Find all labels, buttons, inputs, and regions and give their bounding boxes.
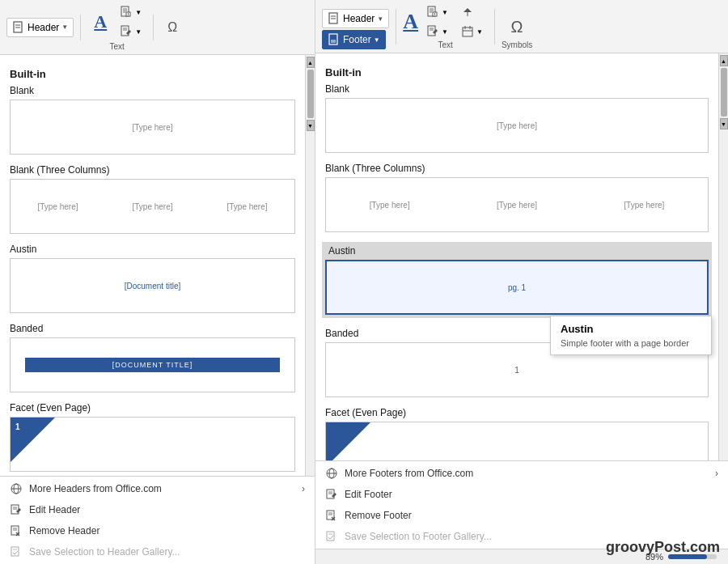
right-gallery: Built-in Blank [Type here] Blank (Three … bbox=[315, 53, 718, 460]
right-footer-icon bbox=[328, 33, 341, 46]
right-insert-btn[interactable]: ▼ bbox=[421, 3, 453, 21]
zoom-level: 89% bbox=[645, 552, 663, 562]
right-page-icon bbox=[328, 12, 341, 25]
insert-pages-btn[interactable]: ▼ bbox=[115, 3, 146, 21]
threecol-preview-right[interactable]: [Type here] [Type here] [Type here] bbox=[325, 177, 709, 232]
omega-icon-left: Ω bbox=[167, 20, 177, 35]
header-dropdown-btn[interactable]: Header ▼ bbox=[6, 18, 74, 37]
left-scroll-down[interactable]: ▼ bbox=[307, 120, 315, 131]
right-scrollbar: ▲ ▼ bbox=[718, 53, 728, 460]
page-icons-group: ▼ ▼ bbox=[115, 3, 146, 40]
blank-label-left: Blank bbox=[10, 85, 295, 96]
zoom-fill bbox=[668, 554, 707, 559]
banded-bar-left: [DOCUMENT TITLE] bbox=[25, 358, 281, 372]
more-footers-item[interactable]: More Footers from Office.com › bbox=[315, 463, 728, 484]
threecol-label-left: Blank (Three Columns) bbox=[10, 164, 295, 176]
right-edit-btn[interactable]: ▼ bbox=[421, 23, 453, 40]
edit-header-icon bbox=[10, 503, 23, 516]
edit-header-item[interactable]: Edit Header bbox=[0, 499, 315, 520]
globe-icon-left bbox=[10, 482, 23, 495]
right-symbol-btn[interactable]: Ω bbox=[504, 14, 531, 40]
text-icon: A bbox=[87, 9, 113, 35]
right-footer-btn[interactable]: Footer ▼ bbox=[322, 30, 386, 49]
right-prev-btn[interactable] bbox=[456, 3, 488, 21]
left-scroll-up[interactable]: ▲ bbox=[307, 57, 315, 68]
edit-footer-label: Edit Footer bbox=[345, 489, 392, 500]
left-panel: Header ▼ A bbox=[0, 0, 315, 564]
zoom-slider[interactable] bbox=[668, 554, 717, 559]
right-footer-caret: ▼ bbox=[374, 36, 380, 44]
text-group: A ▼ bbox=[87, 3, 146, 51]
austin-hint-left: [Document title] bbox=[125, 282, 180, 290]
right-date-btn[interactable]: ▼ bbox=[456, 23, 488, 40]
facet-preview-left[interactable]: 1 bbox=[10, 417, 295, 472]
save-footer-item: Save Selection to Footer Gallery... bbox=[315, 526, 728, 547]
blank-hint-left: [Type here] bbox=[132, 123, 172, 132]
remove-footer-item[interactable]: Remove Footer bbox=[315, 505, 728, 526]
more-headers-arrow: › bbox=[302, 483, 305, 494]
gallery-item-threecol-right: Blank (Three Columns) [Type here] [Type … bbox=[325, 163, 709, 232]
edit-header-label: Edit Header bbox=[29, 504, 80, 515]
remove-footer-icon bbox=[325, 509, 338, 522]
edit-doc-btn[interactable]: ▼ bbox=[115, 23, 146, 40]
left-scrollbar: ▲ ▼ bbox=[305, 55, 315, 476]
edit-footer-item[interactable]: Edit Footer bbox=[315, 484, 728, 505]
remove-header-item[interactable]: Remove Header bbox=[0, 520, 315, 541]
facet-num-left: 1 bbox=[15, 422, 20, 431]
more-footers-arrow: › bbox=[715, 468, 718, 479]
tooltip-title: Austin bbox=[561, 323, 701, 335]
gallery-item-threecol-left: Blank (Three Columns) [Type here] [Type … bbox=[10, 164, 295, 234]
blank-label-right: Blank bbox=[325, 83, 709, 95]
austin-pgnum-right: pg. 1 bbox=[508, 283, 526, 292]
blank-preview-right[interactable]: [Type here] bbox=[325, 98, 709, 153]
symbol-btn-left[interactable]: Ω bbox=[160, 16, 184, 39]
left-gallery: Built-in Blank [Type here] Blank (Three … bbox=[0, 55, 305, 476]
more-footers-label: More Footers from Office.com bbox=[345, 468, 473, 479]
threecol-preview-left[interactable]: [Type here] [Type here] [Type here] bbox=[10, 179, 295, 234]
right-panel: Header ▼ Footer ▼ A bbox=[315, 0, 728, 564]
right-gallery-scroll-area: Built-in Blank [Type here] Blank (Three … bbox=[315, 53, 718, 460]
save-footer-label: Save Selection to Footer Gallery... bbox=[345, 531, 492, 542]
banded-label-left: Banded bbox=[10, 323, 295, 334]
globe-icon-right bbox=[325, 467, 338, 480]
austin-tooltip: Austin Simple footer with a page border bbox=[550, 316, 712, 355]
gallery-item-austin-right: Austin pg. 1 bbox=[322, 242, 712, 318]
austin-preview-left[interactable]: [Document title] bbox=[10, 258, 295, 313]
left-toolbar: Header ▼ A bbox=[0, 0, 315, 55]
save-footer-icon bbox=[325, 530, 338, 543]
header-btn-label: Header bbox=[28, 22, 59, 33]
right-nav-btns: ▼ bbox=[456, 3, 488, 40]
insert-pages-caret: ▼ bbox=[135, 9, 142, 16]
left-scroll-thumb[interactable] bbox=[307, 70, 314, 118]
facet-label-right: Facet (Even Page) bbox=[325, 407, 709, 418]
right-omega-icon: Ω bbox=[511, 18, 523, 36]
right-scroll-up[interactable]: ▲ bbox=[720, 55, 728, 66]
left-footer-menu: More Headers from Office.com › Edit Head… bbox=[0, 476, 315, 564]
edit-footer-icon bbox=[325, 488, 338, 501]
left-gallery-wrapper: Built-in Blank [Type here] Blank (Three … bbox=[0, 55, 315, 476]
right-symbols-group: Ω Symbols bbox=[502, 14, 532, 49]
austin-preview-right[interactable]: pg. 1 bbox=[325, 260, 709, 315]
right-scroll-down[interactable]: ▼ bbox=[720, 118, 728, 129]
right-text-icon: A bbox=[403, 10, 418, 34]
gallery-item-facet-left: Facet (Even Page) 1 bbox=[10, 402, 295, 472]
remove-header-label: Remove Header bbox=[29, 525, 99, 536]
right-scroll-thumb[interactable] bbox=[721, 68, 727, 117]
right-header-btn[interactable]: Header ▼ bbox=[322, 9, 389, 28]
symbols-group-left: Ω bbox=[160, 16, 184, 39]
right-text-group: A ▼ bbox=[403, 3, 488, 49]
right-footer-menu: More Footers from Office.com › Edit Foot… bbox=[315, 460, 728, 549]
banded-num-right: 1 bbox=[514, 366, 519, 375]
right-symbols-label: Symbols bbox=[502, 40, 532, 49]
save-header-label: Save Selection to Header Gallery... bbox=[29, 546, 180, 558]
right-footer-label: Footer bbox=[343, 34, 371, 45]
more-headers-label: More Headers from Office.com bbox=[29, 483, 162, 494]
text-group-row: A ▼ bbox=[87, 3, 146, 40]
facet-preview-right-el[interactable]: [Author name] | [SCHOOL] bbox=[325, 422, 709, 460]
right-sep1 bbox=[396, 9, 396, 45]
blank-preview-left[interactable]: [Type here] bbox=[10, 100, 295, 155]
more-headers-item[interactable]: More Headers from Office.com › bbox=[0, 478, 315, 499]
blank-hint-right: [Type here] bbox=[497, 121, 537, 130]
save-header-icon bbox=[10, 545, 23, 558]
banded-preview-left[interactable]: [DOCUMENT TITLE] bbox=[10, 337, 295, 392]
